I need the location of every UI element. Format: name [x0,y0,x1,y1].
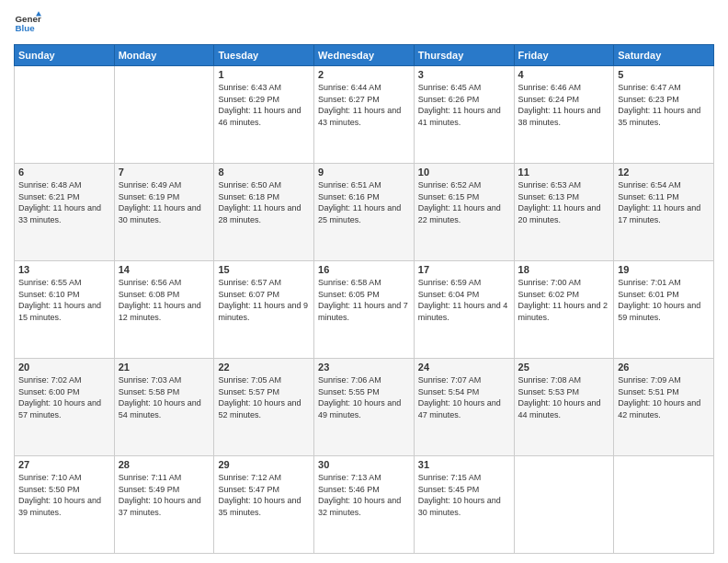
calendar-cell [514,456,614,554]
calendar-cell: 22Sunrise: 7:05 AM Sunset: 5:57 PM Dayli… [214,359,314,456]
cell-sun-info: Sunrise: 7:02 AM Sunset: 6:00 PM Dayligh… [18,374,110,420]
cell-sun-info: Sunrise: 6:59 AM Sunset: 6:04 PM Dayligh… [418,277,510,323]
calendar-cell: 25Sunrise: 7:08 AM Sunset: 5:53 PM Dayli… [514,359,614,456]
calendar-cell: 12Sunrise: 6:54 AM Sunset: 6:11 PM Dayli… [614,164,714,261]
cell-sun-info: Sunrise: 6:58 AM Sunset: 6:05 PM Dayligh… [318,277,410,323]
day-number: 7 [119,167,210,178]
weekday-header: Tuesday [214,45,314,66]
calendar-cell: 15Sunrise: 6:57 AM Sunset: 6:07 PM Dayli… [214,261,314,359]
calendar-cell: 16Sunrise: 6:58 AM Sunset: 6:05 PM Dayli… [314,261,415,359]
calendar-cell [114,66,214,164]
day-number: 26 [618,362,710,373]
day-number: 11 [518,167,610,178]
weekday-header: Wednesday [314,45,415,66]
cell-sun-info: Sunrise: 6:52 AM Sunset: 6:15 PM Dayligh… [418,179,510,225]
calendar-cell: 6Sunrise: 6:48 AM Sunset: 6:21 PM Daylig… [15,164,115,261]
day-number: 4 [518,69,610,80]
day-number: 14 [119,264,210,275]
weekday-header: Monday [114,45,214,66]
cell-sun-info: Sunrise: 6:46 AM Sunset: 6:24 PM Dayligh… [518,82,610,128]
weekday-header-row: SundayMondayTuesdayWednesdayThursdayFrid… [15,45,714,66]
cell-sun-info: Sunrise: 6:54 AM Sunset: 6:11 PM Dayligh… [618,179,710,225]
cell-sun-info: Sunrise: 6:56 AM Sunset: 6:08 PM Dayligh… [119,277,210,323]
cell-sun-info: Sunrise: 7:09 AM Sunset: 5:51 PM Dayligh… [618,374,710,420]
calendar-cell: 8Sunrise: 6:50 AM Sunset: 6:18 PM Daylig… [214,164,314,261]
day-number: 30 [318,459,410,470]
weekday-header: Thursday [414,45,514,66]
calendar-cell: 21Sunrise: 7:03 AM Sunset: 5:58 PM Dayli… [114,359,214,456]
cell-sun-info: Sunrise: 6:50 AM Sunset: 6:18 PM Dayligh… [218,179,310,225]
svg-text:Blue: Blue [16,23,36,33]
day-number: 23 [318,362,410,373]
cell-sun-info: Sunrise: 6:53 AM Sunset: 6:13 PM Dayligh… [518,179,610,225]
cell-sun-info: Sunrise: 7:08 AM Sunset: 5:53 PM Dayligh… [518,374,610,420]
weekday-header: Saturday [614,45,714,66]
day-number: 27 [18,459,110,470]
calendar-cell: 3Sunrise: 6:45 AM Sunset: 6:26 PM Daylig… [414,66,514,164]
day-number: 13 [18,264,110,275]
calendar-week-row: 27Sunrise: 7:10 AM Sunset: 5:50 PM Dayli… [15,456,714,554]
calendar-cell: 26Sunrise: 7:09 AM Sunset: 5:51 PM Dayli… [614,359,714,456]
cell-sun-info: Sunrise: 6:48 AM Sunset: 6:21 PM Dayligh… [18,179,110,225]
cell-sun-info: Sunrise: 7:05 AM Sunset: 5:57 PM Dayligh… [218,374,310,420]
calendar-week-row: 6Sunrise: 6:48 AM Sunset: 6:21 PM Daylig… [15,164,714,261]
weekday-header: Friday [514,45,614,66]
day-number: 16 [318,264,410,275]
calendar-week-row: 1Sunrise: 6:43 AM Sunset: 6:29 PM Daylig… [15,66,714,164]
calendar-cell: 18Sunrise: 7:00 AM Sunset: 6:02 PM Dayli… [514,261,614,359]
day-number: 8 [218,167,310,178]
day-number: 20 [18,362,110,373]
cell-sun-info: Sunrise: 6:43 AM Sunset: 6:29 PM Dayligh… [218,82,310,128]
day-number: 22 [218,362,310,373]
cell-sun-info: Sunrise: 7:03 AM Sunset: 5:58 PM Dayligh… [119,374,210,420]
cell-sun-info: Sunrise: 7:13 AM Sunset: 5:46 PM Dayligh… [318,472,410,518]
calendar-cell: 5Sunrise: 6:47 AM Sunset: 6:23 PM Daylig… [614,66,714,164]
cell-sun-info: Sunrise: 7:10 AM Sunset: 5:50 PM Dayligh… [18,472,110,518]
cell-sun-info: Sunrise: 6:44 AM Sunset: 6:27 PM Dayligh… [318,82,410,128]
calendar-cell: 29Sunrise: 7:12 AM Sunset: 5:47 PM Dayli… [214,456,314,554]
page: General Blue SundayMondayTuesdayWednesda… [0,0,728,563]
cell-sun-info: Sunrise: 6:47 AM Sunset: 6:23 PM Dayligh… [618,82,710,128]
day-number: 9 [318,167,410,178]
calendar-cell: 27Sunrise: 7:10 AM Sunset: 5:50 PM Dayli… [15,456,115,554]
calendar-table: SundayMondayTuesdayWednesdayThursdayFrid… [14,44,714,554]
calendar-cell: 24Sunrise: 7:07 AM Sunset: 5:54 PM Dayli… [414,359,514,456]
day-number: 3 [418,69,510,80]
day-number: 28 [119,459,210,470]
day-number: 6 [18,167,110,178]
cell-sun-info: Sunrise: 6:57 AM Sunset: 6:07 PM Dayligh… [218,277,310,323]
calendar-cell: 7Sunrise: 6:49 AM Sunset: 6:19 PM Daylig… [114,164,214,261]
cell-sun-info: Sunrise: 7:07 AM Sunset: 5:54 PM Dayligh… [418,374,510,420]
day-number: 12 [618,167,710,178]
cell-sun-info: Sunrise: 7:06 AM Sunset: 5:55 PM Dayligh… [318,374,410,420]
cell-sun-info: Sunrise: 7:15 AM Sunset: 5:45 PM Dayligh… [418,472,510,518]
calendar-week-row: 13Sunrise: 6:55 AM Sunset: 6:10 PM Dayli… [15,261,714,359]
calendar-cell: 9Sunrise: 6:51 AM Sunset: 6:16 PM Daylig… [314,164,415,261]
day-number: 18 [518,264,610,275]
cell-sun-info: Sunrise: 6:51 AM Sunset: 6:16 PM Dayligh… [318,179,410,225]
calendar-cell: 17Sunrise: 6:59 AM Sunset: 6:04 PM Dayli… [414,261,514,359]
calendar-week-row: 20Sunrise: 7:02 AM Sunset: 6:00 PM Dayli… [15,359,714,456]
cell-sun-info: Sunrise: 7:12 AM Sunset: 5:47 PM Dayligh… [218,472,310,518]
day-number: 24 [418,362,510,373]
day-number: 21 [119,362,210,373]
day-number: 25 [518,362,610,373]
calendar-cell: 20Sunrise: 7:02 AM Sunset: 6:00 PM Dayli… [15,359,115,456]
header: General Blue [14,9,714,37]
weekday-header: Sunday [15,45,115,66]
calendar-cell: 31Sunrise: 7:15 AM Sunset: 5:45 PM Dayli… [414,456,514,554]
calendar-cell: 2Sunrise: 6:44 AM Sunset: 6:27 PM Daylig… [314,66,415,164]
calendar-cell [614,456,714,554]
cell-sun-info: Sunrise: 6:55 AM Sunset: 6:10 PM Dayligh… [18,277,110,323]
calendar-cell: 4Sunrise: 6:46 AM Sunset: 6:24 PM Daylig… [514,66,614,164]
cell-sun-info: Sunrise: 6:45 AM Sunset: 6:26 PM Dayligh… [418,82,510,128]
calendar-cell: 19Sunrise: 7:01 AM Sunset: 6:01 PM Dayli… [614,261,714,359]
day-number: 10 [418,167,510,178]
calendar-cell: 11Sunrise: 6:53 AM Sunset: 6:13 PM Dayli… [514,164,614,261]
calendar-cell: 28Sunrise: 7:11 AM Sunset: 5:49 PM Dayli… [114,456,214,554]
calendar-cell: 13Sunrise: 6:55 AM Sunset: 6:10 PM Dayli… [15,261,115,359]
day-number: 5 [618,69,710,80]
cell-sun-info: Sunrise: 7:00 AM Sunset: 6:02 PM Dayligh… [518,277,610,323]
calendar-cell: 14Sunrise: 6:56 AM Sunset: 6:08 PM Dayli… [114,261,214,359]
logo-icon: General Blue [14,9,41,37]
